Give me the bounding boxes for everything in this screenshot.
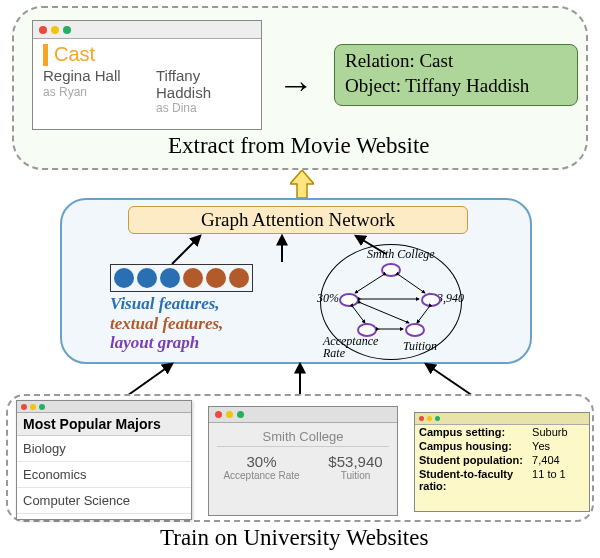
feature-label-layout: layout graph xyxy=(110,333,264,353)
window-titlebar xyxy=(17,401,191,413)
actor-role: as Dina xyxy=(156,101,251,115)
stat-label: Tuition xyxy=(328,470,382,481)
zoom-icon xyxy=(39,404,45,410)
extraction-output-box: Relation: Cast Object: Tiffany Haddish xyxy=(334,44,578,106)
arrow-right-icon: → xyxy=(278,64,314,106)
list-item: Biology xyxy=(17,436,191,462)
arrow-into-gan-icon xyxy=(166,234,206,266)
zoom-icon xyxy=(63,26,71,34)
feature-label-textual: textual features, xyxy=(110,314,264,334)
actor-role: as Ryan xyxy=(43,85,138,99)
campus-facts-table: Campus setting:Suburb Campus housing:Yes… xyxy=(415,425,589,493)
actor-name: Tiffany Haddish xyxy=(156,68,251,101)
fact-key: Student-to-faculty ratio: xyxy=(415,467,528,493)
minimize-icon xyxy=(226,411,233,418)
svg-line-8 xyxy=(417,307,429,323)
table-row: Campus housing:Yes xyxy=(415,439,589,453)
close-icon xyxy=(39,26,47,34)
minimize-icon xyxy=(51,26,59,34)
list-item: Economics xyxy=(17,462,191,488)
close-icon xyxy=(21,404,27,410)
stat-value: $53,940 xyxy=(328,453,382,470)
cast-entry: Tiffany Haddish as Dina xyxy=(156,68,251,115)
top-panel: Cast Regina Hall as Ryan Tiffany Haddish… xyxy=(12,6,588,170)
campus-facts-window: Campus setting:Suburb Campus housing:Yes… xyxy=(414,412,590,512)
cast-entry: Regina Hall as Ryan xyxy=(43,68,138,115)
stat-acceptance: 30% Acceptance Rate xyxy=(223,453,299,481)
fact-val: 11 to 1 xyxy=(528,467,589,493)
fact-val: Yes xyxy=(528,439,589,453)
stat-label: Acceptance Rate xyxy=(223,470,299,481)
window-titlebar xyxy=(33,21,261,39)
svg-line-7 xyxy=(353,307,365,323)
movie-cast-window: Cast Regina Hall as Ryan Tiffany Haddish… xyxy=(32,20,262,130)
stat-tuition: $53,940 Tuition xyxy=(328,453,382,481)
arrow-into-gan-icon xyxy=(272,234,292,264)
window-titlebar xyxy=(415,413,589,425)
graph-edges-icon xyxy=(321,245,463,361)
layout-graph-circle: Smith College 30% $53,940 Acceptance Rat… xyxy=(320,244,462,360)
middle-panel: Graph Attention Network Visual features,… xyxy=(60,198,532,364)
cast-heading: Cast xyxy=(54,43,95,66)
majors-window: Most Popular Majors Biology Economics Co… xyxy=(16,400,192,520)
list-item: Computer Science xyxy=(17,488,191,514)
fact-key: Campus housing: xyxy=(415,439,528,453)
graph-attention-network-box: Graph Attention Network xyxy=(128,206,468,234)
smith-college-window: Smith College 30% Acceptance Rate $53,94… xyxy=(208,406,398,516)
svg-line-1 xyxy=(172,236,200,264)
feature-block: Visual features, textual features, layou… xyxy=(110,264,264,353)
accent-bar xyxy=(43,44,48,66)
svg-line-11 xyxy=(124,364,172,398)
zoom-icon xyxy=(435,416,440,421)
object-line: Object: Tiffany Haddish xyxy=(345,74,567,99)
fact-val: Suburb xyxy=(528,425,589,439)
table-row: Student population:7,404 xyxy=(415,453,589,467)
feature-label-visual: Visual features, xyxy=(110,294,264,314)
relation-line: Relation: Cast xyxy=(345,49,567,74)
fact-key: Campus setting: xyxy=(415,425,528,439)
minimize-icon xyxy=(427,416,432,421)
arrow-up-icon xyxy=(290,170,314,198)
svg-line-10 xyxy=(361,303,409,323)
svg-line-5 xyxy=(399,275,425,293)
feature-vector-icon xyxy=(110,264,253,292)
bottom-panel: Most Popular Majors Biology Economics Co… xyxy=(6,394,594,522)
bottom-caption: Train on University Websites xyxy=(160,525,428,551)
top-caption: Extract from Movie Website xyxy=(168,133,430,159)
window-titlebar xyxy=(209,407,397,423)
actor-name: Regina Hall xyxy=(43,68,138,85)
divider xyxy=(217,446,389,447)
table-row: Student-to-faculty ratio:11 to 1 xyxy=(415,467,589,493)
fact-val: 7,404 xyxy=(528,453,589,467)
zoom-icon xyxy=(237,411,244,418)
svg-line-13 xyxy=(426,364,476,398)
svg-marker-0 xyxy=(290,170,314,198)
college-name: Smith College xyxy=(209,423,397,446)
stat-value: 30% xyxy=(223,453,299,470)
majors-heading: Most Popular Majors xyxy=(17,413,191,436)
minimize-icon xyxy=(30,404,36,410)
close-icon xyxy=(419,416,424,421)
table-row: Campus setting:Suburb xyxy=(415,425,589,439)
close-icon xyxy=(215,411,222,418)
svg-line-4 xyxy=(355,275,383,293)
fact-key: Student population: xyxy=(415,453,528,467)
